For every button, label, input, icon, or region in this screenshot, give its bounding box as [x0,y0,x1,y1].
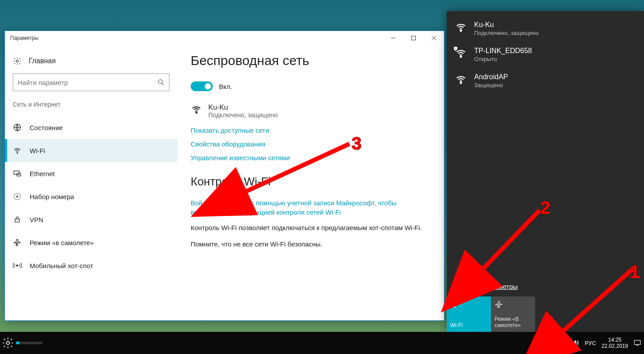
network-item[interactable]: ! TP-LINK_EDD658Открыто [447,42,644,68]
svg-rect-24 [546,342,550,344]
svg-rect-13 [15,219,19,222]
nav-vpn[interactable]: VPN [5,208,177,231]
nav-label: Набор номера [30,193,74,200]
nav-ethernet[interactable]: Ethernet [5,162,177,185]
svg-rect-1 [412,36,416,40]
quick-action-tiles: Wi-Fi Режим «В самолете» [447,296,644,332]
wifi-icon [455,73,467,85]
language-indicator[interactable]: РУС [585,340,596,346]
network-status: Открыто [474,56,532,62]
nav-label: Состояние [30,124,63,131]
svg-rect-9 [14,171,19,174]
network-status: Защищено [474,82,508,88]
wifi-icon [455,21,467,33]
network-item[interactable]: Ku-KuПодключено, защищено [447,15,644,42]
svg-point-21 [7,342,10,345]
taskbar-clock[interactable]: 14:25 22.02.2019 [602,337,628,350]
ethernet-icon [13,169,22,178]
svg-point-4 [16,60,19,62]
tile-wifi[interactable]: Wi-Fi [447,296,491,332]
tile-label: Wi-Fi [450,322,487,328]
nav-dialup[interactable]: Набор номера [5,185,177,208]
section-header: Сеть и Интернет [5,101,177,116]
nav-wifi[interactable]: Wi-Fi [5,139,177,162]
svg-text:!: ! [455,47,456,50]
wifi-icon [191,104,202,115]
home-button[interactable]: Главная [5,53,177,73]
settings-content: Беспроводная сеть Вкл. Ku-Ku Подключено,… [177,45,444,320]
airplane-icon [13,238,22,247]
nav-hotspot[interactable]: Мобильный хот-спот [5,254,177,277]
network-settings-link[interactable]: Сетевые параметры [447,283,644,296]
titlebar: Параметры [5,31,444,45]
maximize-button[interactable] [403,31,424,45]
link-show-networks[interactable]: Показать доступные сети [191,127,431,134]
svg-point-15 [196,112,197,113]
svg-line-6 [162,83,164,85]
link-manage-known[interactable]: Управление известными сетями [191,154,431,162]
globe-icon [13,123,22,132]
hotspot-icon [13,261,22,270]
link-hardware-props[interactable]: Свойства оборудования [191,140,431,148]
toggle-state-label: Вкл. [219,83,232,90]
wifi-toggle[interactable] [191,81,213,91]
warning-shield-icon: ! [453,46,458,51]
network-list: Ku-KuПодключено, защищено ! TP-LINK_EDD6… [447,11,644,283]
wifi-icon [13,146,22,155]
text-control2: Помните, что не все сети Wi-Fi безопасны… [191,239,431,249]
taskbar: РУС 14:25 22.02.2019 [0,332,644,354]
heading-control: Контроль Wi-Fi [191,175,431,189]
search-input[interactable] [18,79,142,86]
text-control1: Контроль Wi-Fi позволяет подключаться к … [191,223,431,232]
heading-wireless: Беспроводная сеть [191,53,431,68]
nav-label: Режим «в самолете» [30,239,94,246]
notifications-icon[interactable] [633,339,641,347]
volume-icon[interactable] [571,339,579,347]
current-network-name: Ku-Ku [208,104,278,112]
nav-label: Ethernet [30,170,55,177]
nav-label: Wi-Fi [30,147,45,154]
svg-point-20 [454,307,455,308]
svg-rect-26 [634,340,640,345]
svg-point-14 [16,265,18,266]
network-name: AndroidAP [474,73,508,81]
battery-icon[interactable] [545,339,553,347]
home-label: Главная [29,57,56,65]
svg-rect-23 [552,342,552,344]
vpn-icon [13,215,22,224]
search-icon [157,79,165,86]
nav-label: Мобильный хот-спот [30,262,93,269]
wifi-tray-icon[interactable] [558,339,566,347]
minimize-button[interactable] [383,31,403,45]
network-name: TP-LINK_EDD658 [474,47,532,55]
nav-status[interactable]: Состояние [5,116,177,139]
current-network-status: Подключено, защищено [208,112,278,119]
nav-airplane[interactable]: Режим «в самолете» [5,231,177,254]
taskbar-progress [16,342,42,344]
search-box[interactable] [13,73,169,91]
link-signin[interactable]: Войдите в систему с помощью учетной запи… [191,198,431,217]
svg-point-8 [17,153,18,154]
dialup-icon [13,192,22,201]
close-button[interactable] [424,31,444,45]
network-flyout: Ku-KuПодключено, защищено ! TP-LINK_EDD6… [447,11,644,332]
taskbar-settings-icon[interactable] [2,337,14,349]
settings-sidebar: Главная Сеть и Интернет Состояние Wi-Fi … [5,45,177,320]
svg-point-19 [460,82,462,84]
current-network-row[interactable]: Ku-Ku Подключено, защищено [191,104,431,119]
network-item[interactable]: AndroidAPЗащищено [447,68,644,94]
window-title: Параметры [10,35,38,41]
nav-label: VPN [30,216,43,223]
airplane-icon [494,300,503,309]
network-status: Подключено, защищено [474,30,539,36]
svg-point-16 [460,30,462,31]
svg-point-17 [460,56,462,58]
wifi-open-icon: ! [455,47,467,59]
tile-airplane[interactable]: Режим «В самолете» [491,296,535,332]
svg-point-25 [562,345,563,346]
network-name: Ku-Ku [474,21,539,29]
settings-window: Параметры Главная Сеть и Интернет [4,31,445,321]
svg-point-11 [14,193,21,200]
chevron-up-icon[interactable] [532,339,540,347]
gear-icon [13,57,22,65]
